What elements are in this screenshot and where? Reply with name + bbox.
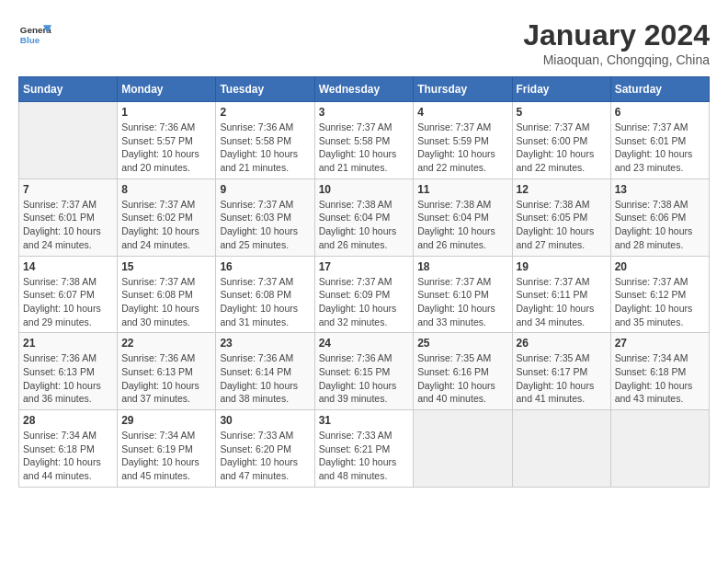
day-info: Sunrise: 7:36 AMSunset: 5:57 PMDaylight:… [121, 121, 211, 175]
day-number: 21 [23, 337, 113, 350]
day-info: Sunrise: 7:37 AMSunset: 6:00 PMDaylight:… [517, 121, 607, 175]
day-info: Sunrise: 7:37 AMSunset: 5:59 PMDaylight:… [417, 121, 507, 175]
week-row-3: 14Sunrise: 7:38 AMSunset: 6:07 PMDayligh… [19, 256, 710, 333]
day-number: 20 [615, 260, 705, 273]
day-number: 30 [220, 414, 310, 427]
day-cell: 21Sunrise: 7:36 AMSunset: 6:13 PMDayligh… [19, 333, 118, 410]
day-info: Sunrise: 7:38 AMSunset: 6:07 PMDaylight:… [23, 275, 113, 329]
day-number: 18 [417, 260, 507, 273]
day-number: 4 [417, 106, 507, 119]
weekday-header-wednesday: Wednesday [314, 77, 414, 102]
main-title: January 2024 [523, 18, 710, 52]
weekday-header-thursday: Thursday [414, 77, 512, 102]
day-cell: 23Sunrise: 7:36 AMSunset: 6:14 PMDayligh… [216, 333, 314, 410]
day-cell: 15Sunrise: 7:37 AMSunset: 6:08 PMDayligh… [118, 256, 216, 333]
day-info: Sunrise: 7:38 AMSunset: 6:04 PMDaylight:… [417, 198, 507, 252]
day-info: Sunrise: 7:37 AMSunset: 6:01 PMDaylight:… [23, 198, 113, 252]
day-info: Sunrise: 7:37 AMSunset: 6:08 PMDaylight:… [220, 275, 310, 329]
week-row-1: 1Sunrise: 7:36 AMSunset: 5:57 PMDaylight… [19, 102, 710, 179]
day-info: Sunrise: 7:36 AMSunset: 6:13 PMDaylight:… [23, 351, 113, 406]
day-cell: 26Sunrise: 7:35 AMSunset: 6:17 PMDayligh… [512, 333, 610, 410]
day-cell [19, 102, 118, 179]
day-info: Sunrise: 7:33 AMSunset: 6:21 PMDaylight:… [319, 429, 410, 483]
calendar-table: SundayMondayTuesdayWednesdayThursdayFrid… [18, 76, 710, 488]
day-info: Sunrise: 7:37 AMSunset: 6:10 PMDaylight:… [417, 275, 507, 329]
day-cell: 13Sunrise: 7:38 AMSunset: 6:06 PMDayligh… [610, 178, 709, 256]
weekday-header-row: SundayMondayTuesdayWednesdayThursdayFrid… [19, 77, 710, 102]
day-info: Sunrise: 7:34 AMSunset: 6:19 PMDaylight:… [121, 429, 211, 483]
day-number: 15 [121, 260, 211, 273]
weekday-header-saturday: Saturday [610, 77, 709, 102]
day-cell: 4Sunrise: 7:37 AMSunset: 5:59 PMDaylight… [414, 102, 512, 179]
day-cell: 24Sunrise: 7:36 AMSunset: 6:15 PMDayligh… [314, 333, 414, 410]
day-number: 5 [517, 106, 607, 119]
day-number: 11 [417, 183, 507, 196]
day-cell: 16Sunrise: 7:37 AMSunset: 6:08 PMDayligh… [216, 256, 314, 333]
day-cell: 19Sunrise: 7:37 AMSunset: 6:11 PMDayligh… [512, 256, 610, 333]
page-header: General Blue January 2024 Miaoquan, Chon… [18, 18, 710, 67]
day-cell: 25Sunrise: 7:35 AMSunset: 6:16 PMDayligh… [414, 333, 512, 410]
day-cell: 22Sunrise: 7:36 AMSunset: 6:13 PMDayligh… [118, 333, 216, 410]
day-info: Sunrise: 7:33 AMSunset: 6:20 PMDaylight:… [220, 429, 310, 483]
weekday-header-tuesday: Tuesday [216, 77, 314, 102]
day-info: Sunrise: 7:37 AMSunset: 5:58 PMDaylight:… [319, 121, 410, 175]
day-info: Sunrise: 7:37 AMSunset: 6:12 PMDaylight:… [615, 275, 705, 329]
day-number: 29 [121, 414, 211, 427]
day-number: 9 [220, 183, 310, 196]
day-number: 13 [615, 183, 705, 196]
day-info: Sunrise: 7:35 AMSunset: 6:17 PMDaylight:… [517, 351, 607, 406]
day-cell [512, 410, 610, 488]
day-number: 16 [220, 260, 310, 273]
day-info: Sunrise: 7:37 AMSunset: 6:01 PMDaylight:… [615, 121, 705, 175]
day-cell [414, 410, 512, 488]
day-number: 22 [121, 337, 211, 350]
day-number: 28 [23, 414, 113, 427]
day-info: Sunrise: 7:36 AMSunset: 5:58 PMDaylight:… [220, 121, 310, 175]
day-number: 31 [319, 414, 410, 427]
week-row-4: 21Sunrise: 7:36 AMSunset: 6:13 PMDayligh… [19, 333, 710, 410]
day-info: Sunrise: 7:36 AMSunset: 6:14 PMDaylight:… [220, 351, 310, 406]
day-number: 17 [319, 260, 410, 273]
day-number: 23 [220, 337, 310, 350]
day-number: 1 [121, 106, 211, 119]
day-number: 26 [517, 337, 607, 350]
day-cell: 10Sunrise: 7:38 AMSunset: 6:04 PMDayligh… [314, 178, 414, 256]
day-cell: 30Sunrise: 7:33 AMSunset: 6:20 PMDayligh… [216, 410, 314, 488]
day-cell: 8Sunrise: 7:37 AMSunset: 6:02 PMDaylight… [118, 178, 216, 256]
day-info: Sunrise: 7:37 AMSunset: 6:08 PMDaylight:… [121, 275, 211, 329]
day-cell: 14Sunrise: 7:38 AMSunset: 6:07 PMDayligh… [19, 256, 118, 333]
weekday-header-monday: Monday [118, 77, 216, 102]
day-info: Sunrise: 7:38 AMSunset: 6:04 PMDaylight:… [319, 198, 410, 252]
day-number: 27 [615, 337, 705, 350]
day-info: Sunrise: 7:38 AMSunset: 6:05 PMDaylight:… [517, 198, 607, 252]
day-info: Sunrise: 7:37 AMSunset: 6:02 PMDaylight:… [121, 198, 211, 252]
day-info: Sunrise: 7:34 AMSunset: 6:18 PMDaylight:… [615, 351, 705, 406]
day-number: 3 [319, 106, 410, 119]
day-number: 7 [23, 183, 113, 196]
day-cell: 17Sunrise: 7:37 AMSunset: 6:09 PMDayligh… [314, 256, 414, 333]
day-cell: 7Sunrise: 7:37 AMSunset: 6:01 PMDaylight… [19, 178, 118, 256]
svg-text:Blue: Blue [20, 35, 40, 45]
day-cell: 6Sunrise: 7:37 AMSunset: 6:01 PMDaylight… [610, 102, 709, 179]
day-cell: 1Sunrise: 7:36 AMSunset: 5:57 PMDaylight… [118, 102, 216, 179]
day-cell: 29Sunrise: 7:34 AMSunset: 6:19 PMDayligh… [118, 410, 216, 488]
day-number: 19 [517, 260, 607, 273]
day-info: Sunrise: 7:35 AMSunset: 6:16 PMDaylight:… [417, 351, 507, 406]
day-cell: 18Sunrise: 7:37 AMSunset: 6:10 PMDayligh… [414, 256, 512, 333]
day-info: Sunrise: 7:36 AMSunset: 6:15 PMDaylight:… [319, 351, 410, 406]
weekday-header-friday: Friday [512, 77, 610, 102]
day-info: Sunrise: 7:37 AMSunset: 6:09 PMDaylight:… [319, 275, 410, 329]
logo: General Blue [18, 18, 51, 52]
day-cell: 28Sunrise: 7:34 AMSunset: 6:18 PMDayligh… [19, 410, 118, 488]
day-cell: 12Sunrise: 7:38 AMSunset: 6:05 PMDayligh… [512, 178, 610, 256]
day-number: 8 [121, 183, 211, 196]
day-number: 14 [23, 260, 113, 273]
weekday-header-sunday: Sunday [19, 77, 118, 102]
day-number: 25 [417, 337, 507, 350]
day-cell: 9Sunrise: 7:37 AMSunset: 6:03 PMDaylight… [216, 178, 314, 256]
day-number: 24 [319, 337, 410, 350]
day-info: Sunrise: 7:37 AMSunset: 6:03 PMDaylight:… [220, 198, 310, 252]
week-row-2: 7Sunrise: 7:37 AMSunset: 6:01 PMDaylight… [19, 178, 710, 256]
day-cell: 31Sunrise: 7:33 AMSunset: 6:21 PMDayligh… [314, 410, 414, 488]
day-cell: 20Sunrise: 7:37 AMSunset: 6:12 PMDayligh… [610, 256, 709, 333]
